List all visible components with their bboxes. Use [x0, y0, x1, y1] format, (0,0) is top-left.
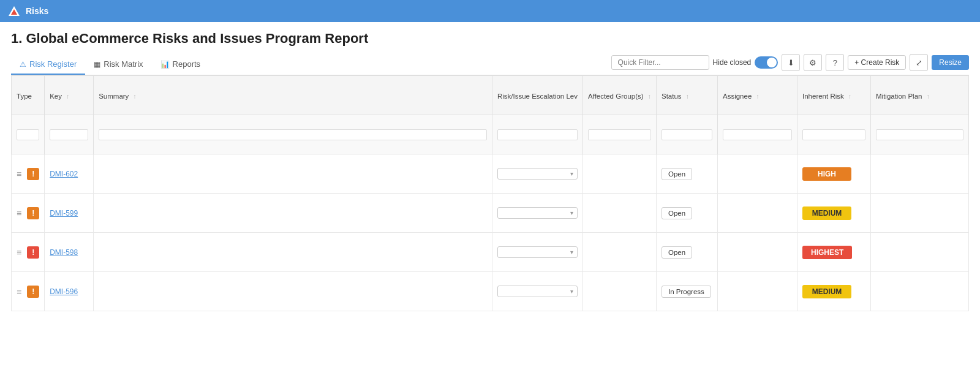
quick-filter-input[interactable]	[611, 55, 709, 70]
cell-escalation: ▾	[492, 154, 582, 194]
status-badge: Open	[662, 246, 692, 259]
cell-inherent: HIGH	[797, 154, 871, 194]
table-row: ≡ ! DMI-596 ▾ In Progress MEDIUM	[12, 272, 969, 311]
escalation-dropdown[interactable]: ▾	[497, 207, 578, 219]
cell-status: Open	[657, 233, 718, 272]
risk-key-link[interactable]: DMI-598	[50, 248, 78, 257]
filter-affected-input[interactable]	[588, 129, 651, 140]
filter-status-input[interactable]	[662, 129, 712, 140]
cell-key: DMI-599	[45, 194, 94, 233]
expand-button[interactable]: ⤢	[910, 54, 928, 71]
risk-key-link[interactable]: DMI-596	[50, 287, 78, 296]
create-risk-button[interactable]: + Create Risk	[848, 55, 906, 70]
tab-bar: ⚠ Risk Register ▦ Risk Matrix 📊 Reports …	[11, 54, 969, 75]
cell-escalation: ▾	[492, 233, 582, 272]
escalation-dropdown[interactable]: ▾	[497, 168, 578, 180]
cell-assignee	[718, 154, 797, 194]
cell-affected	[583, 233, 657, 272]
cell-inherent: HIGHEST	[797, 233, 871, 272]
download-icon: ⬇	[788, 58, 794, 67]
mitigation-sort-arrow[interactable]: ↑	[927, 93, 930, 100]
filter-escalation	[492, 115, 582, 154]
type-cell-content: ≡ !	[17, 286, 39, 298]
key-sort-arrow[interactable]: ↑	[66, 93, 69, 100]
chevron-down-icon: ▾	[570, 249, 573, 256]
assignee-sort-arrow[interactable]: ↑	[756, 93, 760, 100]
reports-icon: 📊	[160, 60, 170, 69]
help-button[interactable]: ?	[826, 54, 844, 71]
filter-type-input[interactable]	[17, 129, 39, 140]
page-title: 1. Global eCommerce Risks and Issues Pro…	[11, 31, 969, 47]
cell-escalation: ▾	[492, 272, 582, 311]
col-header-type: Type	[12, 76, 45, 115]
status-sort-arrow[interactable]: ↑	[686, 93, 689, 100]
expand-icon: ⤢	[916, 58, 922, 67]
cell-summary	[94, 194, 492, 233]
filter-mitigation-input[interactable]	[876, 129, 963, 140]
download-button[interactable]: ⬇	[782, 54, 800, 71]
table-header-row: Type Key ↑ Summary ↑ Risk/Issue Escalati…	[12, 76, 969, 115]
escalation-dropdown[interactable]: ▾	[497, 246, 578, 258]
cell-inherent: MEDIUM	[797, 272, 871, 311]
inherent-sort-arrow[interactable]: ↑	[848, 93, 851, 100]
filter-escalation-input[interactable]	[497, 129, 578, 140]
col-header-affected: Affected Group(s) ↑	[583, 76, 657, 115]
tab-risk-register[interactable]: ⚠ Risk Register	[11, 55, 85, 75]
status-badge: Open	[662, 207, 692, 219]
filter-key-input[interactable]	[50, 129, 88, 140]
risk-key-link[interactable]: DMI-599	[50, 209, 78, 218]
inherent-risk-badge: HIGHEST	[802, 246, 852, 259]
type-cell-content: ≡ !	[17, 207, 39, 219]
main-content: 1. Global eCommerce Risks and Issues Pro…	[0, 22, 980, 311]
inherent-risk-badge: MEDIUM	[802, 206, 851, 220]
settings-button[interactable]: ⚙	[804, 54, 822, 71]
drag-handle-icon[interactable]: ≡	[17, 169, 21, 179]
tab-risk-matrix-label: Risk Matrix	[104, 59, 143, 69]
type-cell-content: ≡ !	[17, 168, 39, 180]
col-header-inherent: Inherent Risk ↑	[797, 76, 871, 115]
filter-summary-input[interactable]	[99, 129, 487, 140]
filter-inherent-input[interactable]	[802, 129, 865, 140]
risk-type-icon: !	[27, 286, 39, 298]
cell-escalation: ▾	[492, 194, 582, 233]
app-title: Risks	[26, 6, 48, 16]
inherent-risk-badge: HIGH	[802, 167, 851, 181]
cell-status: Open	[657, 194, 718, 233]
hide-closed-label: Hide closed	[713, 58, 752, 67]
risk-register-icon: ⚠	[20, 60, 26, 69]
cell-status: Open	[657, 154, 718, 194]
filter-assignee-input[interactable]	[723, 129, 792, 140]
tab-reports-label: Reports	[173, 59, 201, 69]
col-header-status: Status ↑	[657, 76, 718, 115]
table-body: ≡ ! DMI-602 ▾ Open HIGH ≡ !	[12, 154, 969, 311]
table-filter-row	[12, 115, 969, 154]
filter-type	[12, 115, 45, 154]
summary-sort-arrow[interactable]: ↑	[134, 93, 137, 100]
cell-type: ≡ !	[12, 233, 45, 272]
filter-key	[45, 115, 94, 154]
cell-type: ≡ !	[12, 272, 45, 311]
resize-button[interactable]: Resize	[932, 55, 969, 70]
status-badge: Open	[662, 168, 692, 180]
tab-risk-matrix[interactable]: ▦ Risk Matrix	[85, 55, 151, 75]
risk-type-icon: !	[27, 246, 39, 259]
drag-handle-icon[interactable]: ≡	[17, 248, 21, 257]
affected-sort-arrow[interactable]: ↑	[648, 93, 651, 100]
cell-affected	[583, 194, 657, 233]
tab-reports[interactable]: 📊 Reports	[152, 55, 209, 75]
escalation-dropdown[interactable]: ▾	[497, 286, 578, 297]
col-header-escalation: Risk/Issue Escalation Lev	[492, 76, 582, 115]
tab-risk-register-label: Risk Register	[29, 59, 77, 69]
tabs: ⚠ Risk Register ▦ Risk Matrix 📊 Reports	[11, 55, 611, 74]
cell-type: ≡ !	[12, 194, 45, 233]
drag-handle-icon[interactable]: ≡	[17, 208, 21, 218]
table-row: ≡ ! DMI-599 ▾ Open MEDIUM	[12, 194, 969, 233]
risk-key-link[interactable]: DMI-602	[50, 170, 78, 178]
cell-mitigation	[871, 194, 969, 233]
drag-handle-icon[interactable]: ≡	[17, 287, 21, 297]
risk-type-icon: !	[27, 207, 39, 219]
filter-status	[657, 115, 718, 154]
help-icon: ?	[833, 58, 837, 67]
hide-closed-toggle[interactable]	[755, 56, 778, 69]
cell-key: DMI-598	[45, 233, 94, 272]
